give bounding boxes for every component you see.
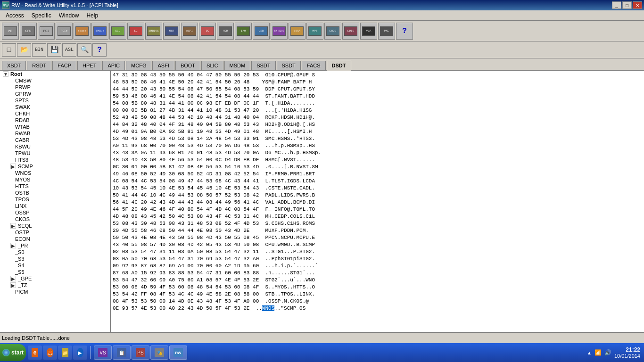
taskbar-unknown[interactable]: 🎭 — [150, 346, 168, 360]
taskbar-wmp[interactable]: ▶ — [73, 346, 87, 360]
tree-item-gprw[interactable]: GPRW — [0, 90, 110, 97]
toolbar-sio[interactable]: SIO — [109, 23, 126, 40]
tree-item-kbwu[interactable]: KBWU — [0, 143, 110, 150]
toolbar-ec[interactable]: EC — [127, 23, 144, 40]
toolbar-find[interactable]: 🔍 — [77, 43, 91, 57]
tree-item-scmp[interactable]: ▶ SCMP — [0, 163, 110, 170]
close-button[interactable]: ✕ — [633, 1, 642, 9]
tree-item-wnos[interactable]: WNOS — [0, 170, 110, 176]
tab-facs[interactable]: FACS — [302, 61, 326, 70]
tree-item-ossp[interactable]: OSSP — [0, 209, 110, 216]
tree-item-pr[interactable]: ▶ _PR — [0, 242, 110, 249]
tree-item-s4[interactable]: _S4 — [0, 262, 110, 269]
gpe-expander[interactable]: ▶ — [10, 276, 16, 281]
toolbar-asl[interactable]: ASL — [62, 43, 76, 57]
toolbar-ec2[interactable]: EC — [199, 23, 216, 40]
tab-facp[interactable]: FACP — [52, 61, 76, 70]
taskbar-explorer[interactable]: 📁 — [58, 346, 72, 360]
toolbar-help2[interactable]: ? — [92, 43, 107, 57]
tree-item-ckos[interactable]: CKOS — [0, 216, 110, 222]
tree-item-picm[interactable]: PICM — [0, 288, 110, 295]
toolbar-smbus[interactable]: SMBus — [91, 23, 108, 40]
maximize-button[interactable]: □ — [622, 1, 632, 9]
tree-item-s0[interactable]: _S0 — [0, 249, 110, 255]
toolbar-acpi[interactable]: ACPI — [181, 23, 198, 40]
toolbar-pxe[interactable]: PXE — [378, 23, 395, 40]
menu-window[interactable]: Window — [55, 11, 83, 20]
tree-item-swak[interactable]: SWAK — [0, 104, 110, 110]
tree-item-hts3[interactable]: HTS3 — [0, 156, 110, 163]
systray-arrow[interactable]: ▲ — [587, 350, 592, 355]
tab-ssdt1[interactable]: SSDT — [251, 61, 275, 70]
toolbar-vga[interactable]: VGA — [360, 23, 377, 40]
tab-mcfg[interactable]: MCFG — [126, 61, 151, 70]
tz-expander[interactable]: ▶ — [10, 282, 16, 288]
tab-dsdt[interactable]: DSDT — [327, 61, 351, 71]
taskbar-task[interactable]: 📋 — [113, 346, 131, 360]
toolbar-smbios[interactable]: SMBIOS — [145, 23, 162, 40]
minimize-button[interactable]: _ — [612, 1, 621, 9]
tree-item-econ[interactable]: ECON — [0, 236, 110, 242]
start-button[interactable]: start — [0, 344, 26, 361]
pr-expander[interactable]: ▶ — [10, 243, 16, 248]
tree-item-myos[interactable]: MYOS — [0, 176, 110, 183]
tab-rsdt[interactable]: RSDT — [27, 61, 51, 70]
tree-item-htts[interactable]: HTTS — [0, 183, 110, 189]
toolbar-55aa[interactable]: 55AA — [289, 23, 305, 40]
taskbar-rw[interactable]: RW — [169, 346, 187, 360]
toolbar-new[interactable]: □ — [2, 43, 16, 57]
toolbar-save[interactable]: 💾 — [47, 43, 61, 57]
tab-slic[interactable]: SLIC — [201, 61, 223, 70]
toolbar-smbios2[interactable]: SM BIOS — [271, 23, 288, 40]
tab-xsdt[interactable]: XSDT — [2, 61, 26, 70]
toolbar-cpu[interactable]: CPU — [20, 23, 37, 40]
tree-item-tz[interactable]: ▶ _TZ — [0, 282, 110, 288]
tab-asfi[interactable]: ASFI — [152, 61, 174, 70]
seql-expander[interactable]: ▶ — [10, 223, 16, 229]
menu-help[interactable]: Help — [83, 11, 102, 20]
taskbar-vs[interactable]: VS — [94, 346, 112, 360]
tree-item-prwp[interactable]: PRWP — [0, 84, 110, 90]
toolbar-pci[interactable]: PCI — [38, 23, 55, 40]
toolbar-pcie[interactable]: PCIe — [56, 23, 73, 40]
tree-item-cmsw[interactable]: CMSW — [0, 77, 110, 84]
tab-hpet[interactable]: HPET — [77, 61, 101, 70]
tree-item-gpe[interactable]: ▶ _GPE — [0, 275, 110, 282]
tree-item-ostp[interactable]: OSTP — [0, 229, 110, 236]
toolbar-edid[interactable]: EDID — [342, 23, 359, 40]
tree-item-seql[interactable]: ▶ SEQL — [0, 222, 110, 229]
taskbar-ie[interactable]: e — [28, 346, 42, 360]
tree-item-s3[interactable]: _S3 — [0, 255, 110, 262]
toolbar-mb[interactable]: MB — [2, 23, 19, 40]
tree-item-linx[interactable]: LINX — [0, 203, 110, 209]
toolbar-bin[interactable]: BIN — [32, 43, 46, 57]
toolbar-space[interactable]: space — [74, 23, 91, 40]
toolbar-hdd[interactable]: HDD — [217, 23, 234, 40]
menu-specific[interactable]: Specific — [28, 11, 55, 20]
tree-item-spts[interactable]: SPTS — [0, 97, 110, 104]
tree-item-tpos[interactable]: TPOS — [0, 196, 110, 203]
toolbar-help[interactable]: ? — [396, 23, 413, 40]
tab-apic[interactable]: APIC — [102, 61, 125, 70]
tree-item-cabr[interactable]: CABR — [0, 137, 110, 143]
tree-item-chkh[interactable]: CHKH — [0, 110, 110, 117]
tab-boot[interactable]: BOOT — [175, 61, 200, 70]
tree-item-wtab[interactable]: WTAB — [0, 123, 110, 130]
tree-panel[interactable]: ▼ Root CMSW PRWP GPRW SPTS SWAK CHKH RDA… — [0, 71, 111, 332]
tab-ssdt2[interactable]: SSDT — [277, 61, 301, 70]
toolbar-e820[interactable]: E820 — [324, 23, 341, 40]
taskbar-ps[interactable]: PS — [132, 346, 149, 360]
tab-msdm[interactable]: MSDM — [224, 61, 251, 70]
tree-item-s5[interactable]: _S5 — [0, 269, 110, 275]
tree-item-rdab[interactable]: RDAB — [0, 117, 110, 123]
tree-item-rwab[interactable]: RWAB — [0, 130, 110, 137]
tree-root[interactable]: ▼ Root — [0, 71, 110, 77]
toolbar-io[interactable]: I/O — [235, 23, 252, 40]
menu-access[interactable]: Access — [2, 11, 28, 20]
toolbar-msr[interactable]: MSR — [163, 23, 180, 40]
toolbar-usb[interactable]: USB — [253, 23, 270, 40]
root-expander[interactable]: ▼ — [3, 71, 8, 77]
hex-panel[interactable]: 47 31 30 08 43 50 55 50 40 04 47 50 55 5… — [111, 71, 644, 332]
taskbar-firefox[interactable]: 🦊 — [43, 346, 57, 360]
tree-item-tpwu[interactable]: TPWU — [0, 150, 110, 156]
